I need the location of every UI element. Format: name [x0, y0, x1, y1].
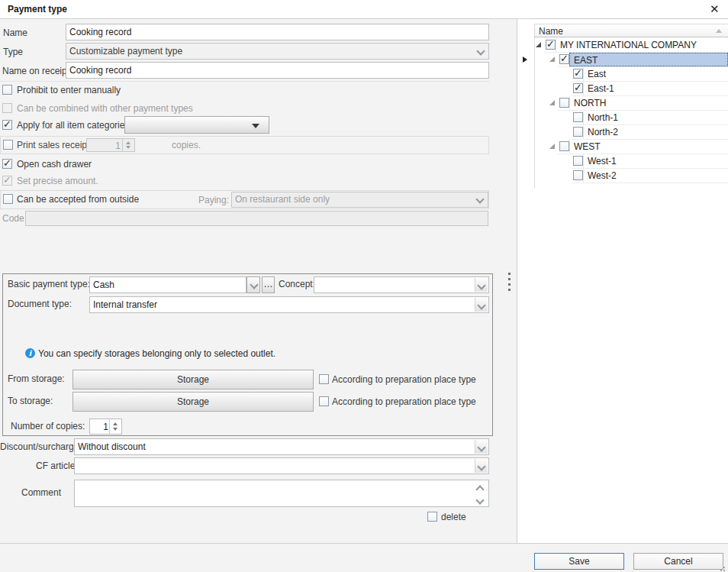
dropdown-button[interactable] [475, 440, 488, 454]
chevron-down-icon [477, 281, 485, 289]
tree-row[interactable]: East-1 [517, 82, 728, 96]
from-prep-checkbox[interactable] [319, 374, 329, 384]
tree-row[interactable]: MY INTERNATIONAL COMPANY [517, 38, 728, 53]
info-icon: i [25, 348, 35, 358]
tree-row[interactable]: West-1 [517, 154, 728, 169]
apply-all-checkbox[interactable] [2, 120, 12, 130]
concept-combo[interactable] [314, 276, 489, 293]
storage-info-text: You can specify storages belonging only … [38, 349, 275, 359]
discount-combo[interactable]: Without discount [74, 438, 489, 455]
tree-node-label[interactable]: North-1 [583, 111, 728, 124]
expand-collapse-icon[interactable] [549, 144, 555, 149]
spinner-buttons[interactable] [122, 139, 134, 151]
comment-field[interactable] [74, 480, 489, 507]
code-label: Code [2, 214, 24, 224]
basic-payment-dropdown-button[interactable] [246, 276, 260, 293]
tree-row[interactable]: West-2 [517, 169, 728, 183]
footer: Save Cancel [0, 544, 728, 572]
name-on-receipt-input[interactable] [66, 62, 489, 79]
tree-node-checkbox[interactable] [573, 156, 583, 166]
basic-payment-ellipsis-button[interactable]: … [262, 276, 275, 293]
save-button[interactable]: Save [534, 553, 624, 570]
dropdown-button[interactable] [475, 278, 488, 292]
tree-row[interactable]: North-1 [517, 111, 728, 125]
open-drawer-checkbox[interactable] [2, 159, 12, 169]
close-icon[interactable]: ✕ [710, 2, 720, 16]
item-categories-dropdown[interactable] [124, 116, 269, 134]
tree-node-checkbox[interactable] [573, 69, 583, 79]
tree-node-label[interactable]: WEST [569, 140, 728, 154]
number-of-copies-label: Number of copies: [11, 422, 85, 431]
to-prep-label: According to preparation place type [332, 397, 476, 407]
tree-rows: MY INTERNATIONAL COMPANYEASTEastEast-1NO… [517, 19, 728, 544]
combined-checkbox [2, 103, 12, 113]
print-receipt-checkbox[interactable] [3, 140, 13, 150]
delete-checkbox[interactable] [427, 512, 437, 522]
tree-node-checkbox[interactable] [573, 83, 583, 93]
tree-node-label[interactable]: NORTH [569, 96, 728, 110]
name-input[interactable] [66, 24, 489, 40]
expand-collapse-icon[interactable] [536, 42, 541, 47]
basic-payment-label: Basic payment type: [8, 280, 90, 289]
name-on-receipt-label: Name on receipt [2, 66, 69, 76]
cancel-button[interactable]: Cancel [633, 553, 723, 570]
tree-node-label[interactable]: West-1 [583, 154, 728, 168]
tree-node-label[interactable]: West-2 [583, 169, 728, 183]
chevron-down-icon [477, 462, 485, 470]
tree-node-label[interactable]: MY INTERNATIONAL COMPANY [556, 38, 728, 52]
outlet-tree-panel: Name MY INTERNATIONAL COMPANYEASTEastEas… [517, 19, 728, 544]
concept-label: Concept: [279, 280, 315, 289]
comment-textarea[interactable] [75, 480, 488, 506]
tree-node-label[interactable]: North-2 [583, 125, 728, 139]
spin-down-icon[interactable] [113, 428, 118, 431]
tree-node-checkbox[interactable] [559, 141, 569, 151]
type-label: Type [3, 47, 23, 57]
tree-node-checkbox[interactable] [559, 54, 569, 64]
dropdown-button[interactable] [475, 298, 488, 312]
spin-up-icon[interactable] [126, 141, 130, 144]
tree-row[interactable]: EAST [517, 53, 728, 67]
expand-collapse-icon[interactable] [549, 100, 555, 105]
precise-amount-label: Set precise amount. [17, 176, 98, 186]
print-copies-spinner[interactable]: 1 [86, 138, 135, 152]
from-prep-label: According to preparation place type [332, 375, 476, 385]
name-label: Name [3, 28, 27, 38]
basic-payment-value: Cash [93, 280, 114, 290]
spin-up-icon[interactable] [113, 422, 118, 425]
tree-row[interactable]: North-2 [517, 125, 728, 140]
tree-node-label-selected[interactable]: EAST [569, 53, 728, 66]
comment-label: Comment [21, 488, 61, 498]
tree-node-label[interactable]: East [583, 67, 728, 81]
to-prep-checkbox[interactable] [319, 396, 329, 406]
cf-article-label: CF article [36, 461, 75, 471]
cf-article-combo[interactable] [74, 457, 489, 474]
document-type-combo[interactable]: Internal transfer [89, 296, 489, 313]
tree-node-checkbox[interactable] [559, 98, 569, 108]
tree-node-label[interactable]: East-1 [583, 82, 728, 95]
expand-collapse-icon[interactable] [549, 57, 555, 62]
dropdown-button[interactable] [475, 459, 488, 473]
tree-row[interactable]: East [517, 67, 728, 82]
accepted-outside-label: Can be accepted from outside [17, 195, 139, 205]
to-storage-button[interactable]: Storage [72, 392, 314, 412]
row-separator [572, 183, 728, 183]
tree-node-checkbox[interactable] [573, 170, 583, 180]
tree-row[interactable]: NORTH [517, 96, 728, 111]
tree-node-checkbox[interactable] [573, 112, 583, 122]
prohibit-checkbox[interactable] [2, 85, 12, 95]
type-combo[interactable]: Customizable payment type [66, 43, 489, 60]
accepted-outside-checkbox[interactable] [3, 194, 13, 204]
from-storage-button[interactable]: Storage [72, 370, 314, 389]
document-type-value: Internal transfer [93, 299, 157, 310]
number-of-copies-spinner[interactable]: 1 [89, 418, 122, 435]
paying-value: On restaurant side only [235, 194, 330, 205]
basic-payment-combo[interactable]: Cash [89, 276, 246, 293]
tree-node-checkbox[interactable] [573, 127, 583, 137]
tree-row[interactable]: WEST [517, 140, 728, 154]
spinner-buttons[interactable] [109, 419, 121, 434]
tree-node-checkbox[interactable] [546, 40, 556, 50]
chevron-down-icon [476, 47, 485, 55]
spin-down-icon[interactable] [126, 146, 130, 149]
to-storage-label: To storage: [8, 396, 53, 406]
code-input [25, 211, 488, 226]
